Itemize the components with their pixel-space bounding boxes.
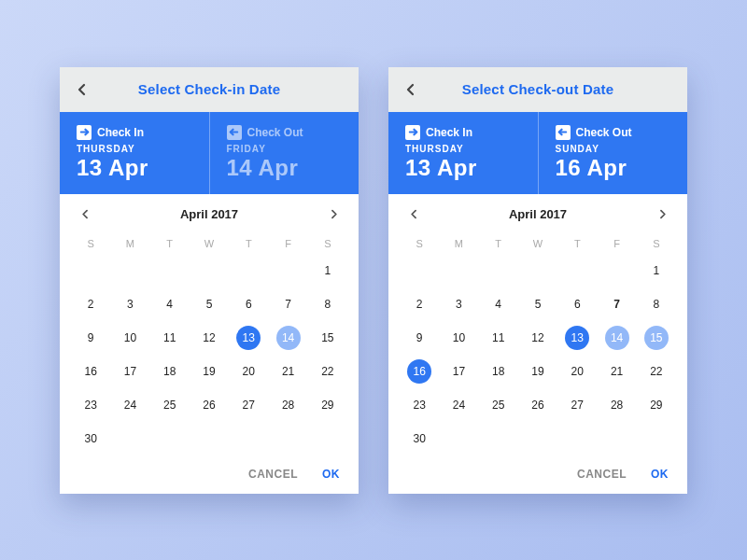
weekday-label: S: [308, 232, 347, 255]
day-cell[interactable]: 4: [479, 288, 518, 320]
day-cell[interactable]: 7: [268, 288, 307, 320]
day-cell[interactable]: 2: [71, 288, 110, 320]
day-cell[interactable]: 22: [637, 356, 676, 387]
month-label: April 2017: [180, 207, 238, 221]
checkin-summary[interactable]: Check In THURSDAY 13 Apr: [388, 112, 538, 194]
day-cell[interactable]: 23: [71, 389, 110, 421]
day-cell[interactable]: 27: [229, 389, 268, 421]
day-number: 26: [203, 399, 215, 412]
day-cell[interactable]: 28: [597, 389, 636, 421]
day-cell[interactable]: 8: [308, 288, 347, 320]
day-cell[interactable]: 29: [308, 389, 347, 421]
day-cell[interactable]: 11: [150, 322, 190, 354]
next-month-icon[interactable]: [654, 209, 670, 219]
day-cell[interactable]: 10: [439, 322, 478, 354]
prev-month-icon[interactable]: [405, 209, 422, 219]
day-number: 12: [531, 331, 543, 344]
ok-button[interactable]: OK: [651, 468, 669, 481]
cancel-button[interactable]: CANCEL: [248, 468, 298, 481]
day-cell[interactable]: 15: [637, 322, 676, 354]
day-cell[interactable]: 26: [190, 389, 229, 421]
day-number: 25: [163, 399, 176, 412]
day-cell[interactable]: 12: [190, 322, 229, 354]
day-number: 19: [531, 365, 543, 378]
day-cell[interactable]: 14: [268, 322, 307, 354]
day-cell[interactable]: 14: [597, 322, 636, 354]
day-cell[interactable]: 18: [479, 356, 518, 387]
day-cell[interactable]: 24: [110, 389, 149, 421]
day-cell[interactable]: 1: [637, 255, 676, 287]
day-number: 6: [246, 298, 252, 311]
day-cell[interactable]: 6: [229, 288, 268, 320]
day-cell[interactable]: 21: [597, 356, 636, 387]
day-cell[interactable]: 20: [557, 356, 597, 387]
checkin-arrow-icon: [405, 125, 420, 140]
day-cell[interactable]: 23: [400, 389, 439, 421]
day-cell[interactable]: 26: [518, 389, 557, 421]
checkout-summary[interactable]: Check Out FRIDAY 14 Apr: [209, 112, 359, 194]
weekday-label: T: [557, 232, 597, 255]
back-icon[interactable]: [400, 83, 422, 96]
day-cell[interactable]: 28: [268, 389, 307, 421]
day-cell[interactable]: 2: [400, 288, 439, 320]
day-cell[interactable]: 8: [637, 288, 676, 320]
checkout-summary[interactable]: Check Out SUNDAY 16 Apr: [538, 112, 688, 194]
day-cell[interactable]: 16: [400, 356, 439, 387]
day-cell[interactable]: 17: [439, 356, 478, 387]
day-cell[interactable]: 30: [71, 423, 110, 455]
day-cell[interactable]: 17: [110, 356, 149, 387]
checkin-summary[interactable]: Check In THURSDAY 13 Apr: [60, 112, 209, 194]
day-cell[interactable]: 21: [268, 356, 307, 387]
day-number: 22: [321, 365, 333, 378]
day-cell[interactable]: 13: [229, 322, 268, 354]
weekday-label: W: [518, 232, 557, 255]
weekday-label: T: [479, 232, 518, 255]
empty-cell: [439, 255, 478, 287]
weekday-label: W: [190, 232, 229, 255]
day-cell[interactable]: 25: [479, 389, 518, 421]
day-cell[interactable]: 20: [229, 356, 268, 387]
day-number: 20: [243, 365, 255, 378]
cancel-button[interactable]: CANCEL: [577, 468, 627, 481]
day-cell[interactable]: 1: [308, 255, 347, 287]
day-number: 11: [492, 331, 504, 344]
back-icon[interactable]: [71, 83, 93, 96]
day-cell[interactable]: 24: [439, 389, 478, 421]
day-cell[interactable]: 19: [190, 356, 229, 387]
day-number: 9: [416, 331, 423, 344]
day-cell[interactable]: 11: [479, 322, 518, 354]
day-number: 29: [321, 399, 333, 412]
day-cell[interactable]: 9: [400, 322, 439, 354]
ok-button[interactable]: OK: [322, 468, 340, 481]
day-cell[interactable]: 12: [518, 322, 557, 354]
day-cell[interactable]: 15: [308, 322, 347, 354]
day-cell[interactable]: 5: [190, 288, 229, 320]
day-number: 8: [654, 298, 660, 311]
day-cell[interactable]: 7: [597, 288, 636, 320]
day-cell[interactable]: 13: [557, 322, 597, 354]
day-number: 30: [413, 432, 425, 445]
day-cell[interactable]: 4: [150, 288, 190, 320]
day-cell[interactable]: 9: [71, 322, 110, 354]
day-cell[interactable]: 3: [439, 288, 478, 320]
day-cell[interactable]: 29: [637, 389, 676, 421]
weekday-label: F: [597, 232, 636, 255]
day-cell[interactable]: 18: [150, 356, 190, 387]
day-cell[interactable]: 3: [110, 288, 149, 320]
day-cell[interactable]: 22: [308, 356, 347, 387]
day-cell[interactable]: 10: [110, 322, 149, 354]
day-cell[interactable]: 16: [71, 356, 110, 387]
day-number: 28: [611, 399, 623, 412]
day-cell[interactable]: 5: [518, 288, 557, 320]
day-number: 17: [453, 365, 465, 378]
day-cell[interactable]: 27: [557, 389, 597, 421]
prev-month-icon[interactable]: [77, 209, 93, 219]
empty-cell: [557, 255, 597, 287]
day-cell[interactable]: 19: [518, 356, 557, 387]
day-number: 7: [613, 298, 620, 311]
day-number: 15: [321, 331, 333, 344]
day-cell[interactable]: 6: [557, 288, 597, 320]
day-cell[interactable]: 25: [150, 389, 190, 421]
next-month-icon[interactable]: [325, 209, 342, 219]
day-cell[interactable]: 30: [400, 423, 439, 455]
